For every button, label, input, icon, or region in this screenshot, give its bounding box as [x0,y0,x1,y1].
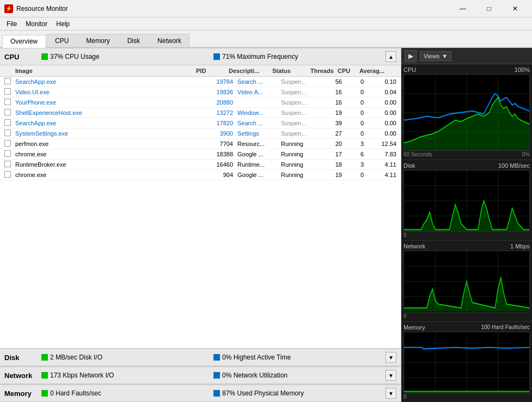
tab-bar: Overview CPU Memory Disk Network [0,31,532,48]
row-pid: 16460 [203,161,235,168]
row-cpu: 3 [344,140,366,148]
col-status[interactable]: Status [270,66,308,75]
disk-stat1-icon [41,354,48,361]
cpu-section-header[interactable]: CPU 37% CPU Usage 71% Maximum Frequency … [0,48,401,65]
views-label: Views [424,53,439,59]
row-status: Running [279,140,317,148]
cpu-table-body: SearchApp.exe 19784 Search ... Suspen...… [0,77,401,348]
expand-button[interactable]: ▶ [405,50,417,62]
table-row[interactable]: SystemSettings.exe 3900 Settings Suspen.… [0,129,401,139]
row-checkbox[interactable] [2,170,13,179]
cpu-table-header: Image PID Descripti... Status Threads CP… [0,65,401,77]
network-graph-container [403,251,530,312]
row-checkbox[interactable] [2,150,13,159]
disk-section-header[interactable]: Disk 2 MB/sec Disk I/O 0% Highest Active… [0,349,401,366]
row-checkbox[interactable] [2,108,13,117]
table-row[interactable]: chrome.exe 904 Google ... Running 19 0 4… [0,170,401,180]
tab-disk[interactable]: Disk [119,34,148,47]
row-avg: 7.83 [366,150,399,158]
disk-stat1: 2 MB/sec Disk I/O [41,354,209,361]
table-row[interactable]: RuntimeBroker.exe 16460 Runtime... Runni… [0,160,401,170]
row-avg: 0.00 [366,109,399,117]
col-image[interactable]: Image [13,66,194,75]
tab-cpu[interactable]: CPU [47,34,77,47]
cpu-freq-stat: 71% Maximum Frequency [213,53,381,60]
close-button[interactable]: ✕ [503,3,528,14]
right-panel-header: ▶ Views ▼ [401,48,532,64]
row-pid: 19784 [203,78,235,86]
cpu-collapse-btn[interactable]: ▲ [386,51,396,62]
network-section-header[interactable]: Network 173 Kbps Network I/O 0% Network … [0,367,401,384]
row-checkbox[interactable] [2,77,13,86]
row-name: SearchApp.exe [13,119,203,127]
disk-section: Disk 2 MB/sec Disk I/O 0% Highest Active… [0,348,401,366]
row-desc: Settings [235,130,279,137]
cpu-graph-header: CPU 100% [403,66,530,73]
menu-help[interactable]: Help [52,19,74,29]
table-row[interactable]: perfmon.exe 7704 Resourc... Running 20 3… [0,139,401,149]
row-cpu: 0 [344,88,366,96]
row-checkbox[interactable] [2,160,13,169]
disk-stat2-label: 0% Highest Active Time [222,354,291,361]
network-stat1-icon [41,372,48,379]
cpu-usage-stat: 37% CPU Usage [41,53,209,60]
network-graph-title: Network [403,243,425,249]
row-avg: 0.10 [366,78,399,86]
network-collapse-btn[interactable]: ▼ [386,370,396,381]
table-row[interactable]: SearchApp.exe 19784 Search ... Suspen...… [0,77,401,87]
disk-graph-footer: 0 [403,232,530,238]
row-status: Suspen... [279,109,317,117]
col-threads[interactable]: Threads [308,66,335,75]
network-graph-max: 1 Mbps [510,243,530,249]
tab-overview[interactable]: Overview [2,35,46,48]
disk-stat2: 0% Highest Active Time [213,354,381,361]
table-row[interactable]: YourPhone.exe 20880 Suspen... 16 0 0.00 [0,98,401,108]
menu-file[interactable]: File [2,19,21,29]
table-row[interactable]: ShellExperienceHost.exe 13272 Window... … [0,108,401,118]
col-checkbox [2,66,13,75]
row-checkbox[interactable] [2,98,13,107]
row-pid: 18388 [203,150,235,158]
views-button[interactable]: Views ▼ [420,51,451,61]
row-status: Suspen... [279,78,317,86]
memory-collapse-btn[interactable]: ▼ [386,388,396,399]
col-avg[interactable]: Averag... [357,66,390,75]
row-avg: 4.11 [366,171,399,179]
memory-stat2-icon [213,390,220,397]
table-row[interactable]: Video.UI.exe 19836 Video A... Suspen... … [0,87,401,98]
row-checkbox[interactable] [2,119,13,127]
right-panel: ▶ Views ▼ CPU 100% [401,48,532,402]
col-pid[interactable]: PID [194,66,227,75]
row-threads: 16 [317,88,344,96]
minimize-button[interactable]: — [450,3,475,14]
cpu-usage-icon [41,53,48,60]
table-row[interactable]: chrome.exe 18388 Google ... Running 17 6… [0,149,401,160]
row-status: Suspen... [279,119,317,127]
tab-network[interactable]: Network [149,34,189,47]
disk-collapse-btn[interactable]: ▼ [386,352,396,363]
memory-graph-header: Memory 100 Hard Faults/sec [403,324,530,331]
row-checkbox[interactable] [2,88,13,96]
row-avg: 4.11 [366,161,399,168]
col-cpu[interactable]: CPU [335,66,357,75]
row-name: chrome.exe [13,150,203,158]
col-desc[interactable]: Descripti... [227,66,270,75]
row-cpu: 0 [344,171,366,179]
col-scroll [390,66,399,75]
network-stat2-icon [213,372,220,379]
memory-graph-footer: 0 [403,394,530,400]
row-threads: 17 [317,150,344,158]
memory-stat1-label: 0 Hard Faults/sec [50,389,101,397]
row-pid: 17820 [203,119,235,127]
row-threads: 20 [317,140,344,148]
memory-section-header[interactable]: Memory 0 Hard Faults/sec 87% Used Physic… [0,385,401,402]
row-checkbox[interactable] [2,129,13,138]
disk-graph-svg [404,170,529,231]
menu-bar: File Monitor Help [0,17,532,31]
table-row[interactable]: SearchApp.exe 17820 Search ... Suspen...… [0,118,401,129]
tab-memory[interactable]: Memory [78,34,118,47]
memory-graph-panel: Memory 100 Hard Faults/sec [401,322,532,402]
menu-monitor[interactable]: Monitor [21,19,52,29]
maximize-button[interactable]: □ [476,3,502,14]
row-checkbox[interactable] [2,139,13,148]
